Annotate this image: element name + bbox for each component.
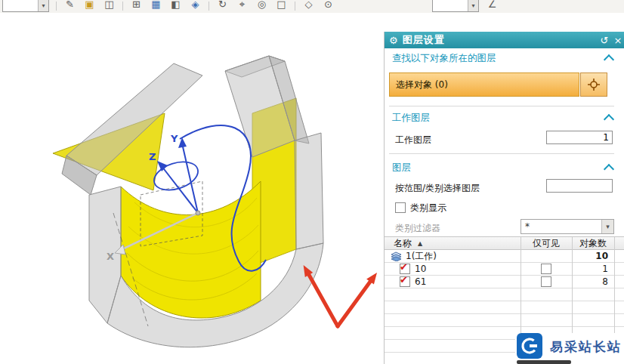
toolbar-icon[interactable]: ∠: [486, 0, 499, 12]
column-visible-only-header[interactable]: 仅可见: [533, 237, 560, 250]
layer-checked-checkbox[interactable]: [400, 264, 410, 274]
chevron-down-icon: ▾: [468, 0, 478, 11]
layer-name: 61: [415, 276, 426, 287]
table-row-work-layer[interactable]: 1(工作) 10: [385, 250, 624, 263]
toolbar-icon[interactable]: ⊙: [322, 0, 335, 12]
toolbar-icon[interactable]: ◎: [255, 0, 268, 12]
category-display-checkbox[interactable]: [395, 202, 406, 213]
layer-checked-checkbox[interactable]: [400, 276, 410, 287]
category-filter-label: 类别过滤器: [395, 222, 440, 235]
chevron-down-icon: ▾: [601, 220, 613, 233]
section-find-objects-title: 查找以下对象所在的图层: [392, 52, 496, 65]
sort-ascending-icon: ▲: [418, 240, 422, 247]
select-object-button[interactable]: [580, 72, 607, 97]
range-select-label: 按范围/类别选择图层: [395, 182, 480, 195]
watermark-text: 易采站长站: [550, 338, 622, 356]
category-filter-combo[interactable]: * ▾: [521, 219, 614, 234]
chevron-up-icon[interactable]: [604, 54, 614, 65]
z-axis-label: Z: [149, 151, 156, 162]
toolbar-icon[interactable]: ✎: [63, 0, 76, 12]
gear-icon: ⚙: [389, 35, 398, 46]
category-display-label: 类别显示: [410, 202, 446, 214]
chevron-down-icon: ▾: [38, 0, 48, 11]
toolbar-separator: [209, 2, 209, 11]
toolbar-icon[interactable]: ▦: [150, 0, 162, 12]
work-layer-label: 工作图层: [395, 134, 431, 147]
panel-title: 图层设置: [403, 33, 598, 47]
z-axis-arrowhead: [157, 161, 168, 171]
top-toolbar: ▾ ✎ ▣ ◫ ⊞ ▦ ◧ ◈ ↻ ⌖ ◎ □ ◇ ⊙ ▾ ∠: [0, 0, 624, 14]
crosshair-icon: [587, 78, 601, 91]
section-work-layer-title: 工作图层: [392, 112, 430, 125]
reset-icon[interactable]: ↺: [598, 35, 611, 46]
viewport-3d[interactable]: Y Z X: [0, 13, 384, 364]
watermark: 易采站长站: [515, 333, 624, 364]
toolbar-icon[interactable]: ▣: [83, 0, 96, 12]
y-axis-arrowhead: [178, 137, 187, 148]
select-object-label: 选择对象 (0): [396, 79, 448, 91]
divider: [389, 153, 614, 154]
toolbar-right-combo[interactable]: ▾: [432, 0, 479, 12]
object-count: 10: [595, 251, 608, 261]
object-count: 1: [602, 264, 608, 274]
x-axis-label: X: [107, 251, 114, 262]
layer-name: 1(工作): [406, 250, 437, 263]
model-wall-right: [295, 133, 323, 249]
table-row-layer-10[interactable]: 10 1: [385, 263, 624, 276]
category-filter-value: *: [521, 221, 530, 232]
annotation-arrow-right: [338, 282, 370, 326]
divider: [389, 106, 614, 106]
range-select-input[interactable]: [546, 179, 613, 193]
layer-settings-panel: ⚙ 图层设置 ↺ × 查找以下对象所在的图层 选择对象 (0) 工作图层 工作图…: [384, 32, 624, 364]
toolbar-separator: [295, 2, 295, 11]
work-layer-input[interactable]: [546, 131, 613, 144]
chevron-up-icon[interactable]: [604, 114, 614, 125]
table-row-layer-61[interactable]: 61 8: [385, 276, 624, 288]
toolbar-icon[interactable]: ◫: [103, 0, 116, 12]
toolbar-icon[interactable]: ◇: [302, 0, 315, 12]
toolbar-icon[interactable]: ◧: [169, 0, 182, 12]
chevron-up-icon[interactable]: [604, 164, 614, 174]
annotation-arrow-left: [309, 275, 338, 326]
watermark-logo-icon: [517, 333, 542, 359]
layer-table-header[interactable]: 名称 ▲ 仅可见 对象数: [385, 237, 624, 250]
visible-only-checkbox[interactable]: [541, 276, 551, 287]
toolbar-icon[interactable]: □: [275, 0, 288, 12]
y-axis-label: Y: [170, 133, 178, 144]
object-count: 8: [602, 276, 608, 287]
layer-stack-icon: [391, 251, 403, 261]
layer-name: 10: [415, 264, 426, 274]
column-object-count-header[interactable]: 对象数: [579, 237, 607, 250]
toolbar-separator: [122, 2, 123, 11]
watermark-url-bar: [517, 360, 571, 364]
toolbar-separator: [56, 2, 57, 11]
toolbar-icon[interactable]: ⊞: [130, 0, 143, 12]
select-object-row[interactable]: 选择对象 (0): [389, 72, 579, 97]
toolbar-left-combo[interactable]: ▾: [2, 0, 49, 12]
column-name-header[interactable]: 名称: [394, 237, 412, 250]
toolbar-icon[interactable]: ◈: [189, 0, 202, 12]
panel-titlebar[interactable]: ⚙ 图层设置 ↺ ×: [385, 32, 624, 48]
toolbar-icon[interactable]: ⌖: [236, 0, 249, 12]
toolbar-icon[interactable]: ↻: [216, 0, 229, 12]
visible-only-checkbox[interactable]: [541, 264, 551, 274]
close-icon[interactable]: ×: [611, 35, 624, 46]
section-layers-title: 图层: [392, 162, 411, 174]
wcs-origin[interactable]: [196, 211, 200, 215]
